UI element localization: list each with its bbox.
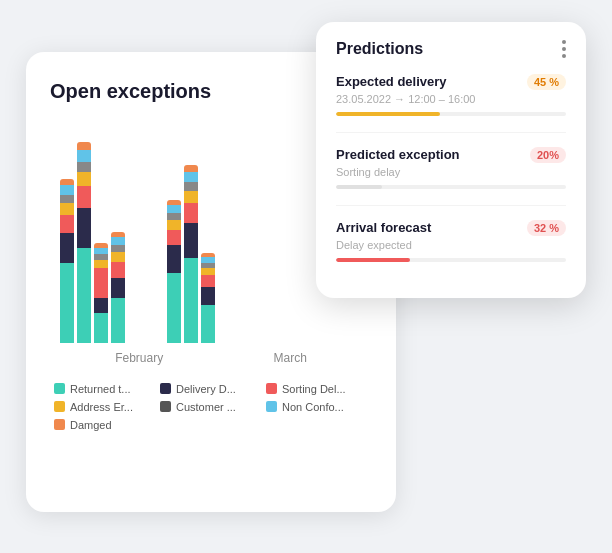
prediction-section-expected-delivery: Expected delivery45 %23.05.2022 → 12:00 …	[336, 74, 566, 116]
bar-column	[201, 253, 215, 343]
bar-segment	[94, 268, 108, 298]
legend-color-dot	[266, 401, 277, 412]
bar-segment	[167, 273, 181, 343]
legend-item: Non Confo...	[266, 401, 368, 413]
bar-segment	[184, 223, 198, 258]
progress-fill	[336, 258, 410, 262]
bar-column	[111, 232, 125, 343]
predictions-title: Predictions	[336, 40, 423, 58]
progress-fill	[336, 185, 382, 189]
legend-label: Returned t...	[70, 383, 131, 395]
bar-group-march	[167, 165, 215, 343]
prediction-label: Arrival forecast	[336, 220, 431, 235]
legend-item: Delivery D...	[160, 383, 262, 395]
prediction-badge: 32 %	[527, 220, 566, 236]
prediction-row: Expected delivery45 %	[336, 74, 566, 90]
bar-segment	[201, 287, 215, 305]
section-divider	[336, 205, 566, 206]
legend-item: Returned t...	[54, 383, 156, 395]
bar-segment	[111, 278, 125, 298]
legend-color-dot	[54, 383, 65, 394]
bar-segment	[77, 208, 91, 248]
bar-column	[167, 200, 181, 343]
bar-column	[77, 142, 91, 343]
prediction-sub: Sorting delay	[336, 166, 566, 178]
bar-segment	[60, 185, 74, 195]
bar-column	[184, 165, 198, 343]
bar-segment	[111, 245, 125, 252]
legend-label: Non Confo...	[282, 401, 344, 413]
chart-labels: FebruaryMarch	[50, 351, 372, 365]
bar-column	[60, 179, 74, 343]
legend-label: Customer ...	[176, 401, 236, 413]
prediction-section-predicted-exception: Predicted exception20%Sorting delay	[336, 147, 566, 189]
legend-item: Damged	[54, 419, 156, 431]
legend-color-dot	[160, 401, 171, 412]
legend-color-dot	[160, 383, 171, 394]
bar-segment	[167, 230, 181, 245]
predictions-header: Predictions	[336, 40, 566, 58]
bar-group-february	[60, 142, 125, 343]
legend-label: Sorting Del...	[282, 383, 346, 395]
bar-segment	[167, 220, 181, 230]
chart-axis-label: March	[274, 351, 307, 365]
bar-segment	[184, 203, 198, 223]
bar-segment	[94, 298, 108, 313]
bar-segment	[184, 191, 198, 203]
legend-label: Address Er...	[70, 401, 133, 413]
scene: Open exceptions FebruaryMarch Returned t…	[26, 22, 586, 532]
bar-column	[94, 243, 108, 343]
legend-item: Address Er...	[54, 401, 156, 413]
bar-segment	[94, 260, 108, 268]
legend-item: Customer ...	[160, 401, 262, 413]
bar-segment	[77, 142, 91, 150]
bar-segment	[184, 182, 198, 191]
more-options-button[interactable]	[562, 40, 566, 58]
bar-segment	[60, 263, 74, 343]
predictions-card: Predictions Expected delivery45 %23.05.2…	[316, 22, 586, 298]
section-divider	[336, 132, 566, 133]
bar-segment	[201, 275, 215, 287]
prediction-row: Predicted exception20%	[336, 147, 566, 163]
bar-segment	[60, 215, 74, 233]
legend-color-dot	[266, 383, 277, 394]
chart-axis-label: February	[115, 351, 163, 365]
prediction-label: Predicted exception	[336, 147, 460, 162]
bar-segment	[77, 150, 91, 162]
bar-segment	[111, 237, 125, 245]
prediction-row: Arrival forecast32 %	[336, 220, 566, 236]
bar-segment	[60, 195, 74, 203]
bar-segment	[111, 262, 125, 278]
progress-fill	[336, 112, 440, 116]
legend-item: Sorting Del...	[266, 383, 368, 395]
bar-segment	[60, 203, 74, 215]
bar-segment	[184, 172, 198, 182]
bar-segment	[77, 162, 91, 172]
bar-segment	[111, 298, 125, 343]
bar-segment	[184, 258, 198, 343]
prediction-badge: 20%	[530, 147, 566, 163]
bar-segment	[201, 305, 215, 343]
progress-bar	[336, 112, 566, 116]
bar-segment	[60, 233, 74, 263]
prediction-section-arrival-forecast: Arrival forecast32 %Delay expected	[336, 220, 566, 262]
bar-segment	[167, 213, 181, 220]
bar-segment	[77, 248, 91, 343]
progress-bar	[336, 185, 566, 189]
bar-segment	[111, 252, 125, 262]
bar-segment	[77, 172, 91, 186]
prediction-sub: 23.05.2022 → 12:00 – 16:00	[336, 93, 566, 105]
bar-segment	[94, 313, 108, 343]
prediction-sub: Delay expected	[336, 239, 566, 251]
predictions-list: Expected delivery45 %23.05.2022 → 12:00 …	[336, 74, 566, 262]
bar-segment	[201, 268, 215, 275]
prediction-label: Expected delivery	[336, 74, 447, 89]
legend-area: Returned t...Delivery D...Sorting Del...…	[50, 383, 372, 431]
legend-color-dot	[54, 401, 65, 412]
legend-label: Delivery D...	[176, 383, 236, 395]
bar-segment	[184, 165, 198, 172]
bar-segment	[77, 186, 91, 208]
legend-label: Damged	[70, 419, 112, 431]
bar-segment	[167, 205, 181, 213]
bar-segment	[167, 245, 181, 273]
